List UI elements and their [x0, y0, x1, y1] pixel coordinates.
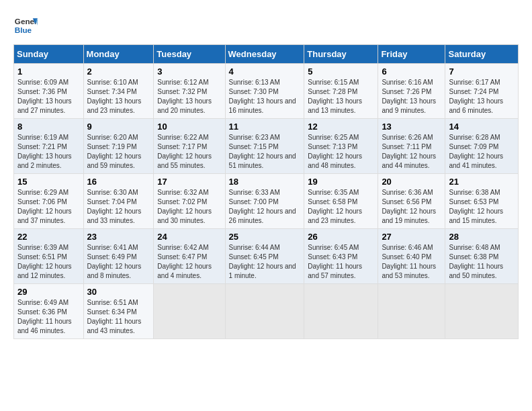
- calendar-day-cell: 19Sunrise: 6:35 AMSunset: 6:58 PMDayligh…: [304, 174, 378, 229]
- svg-text:Blue: Blue: [15, 26, 32, 34]
- day-info: Sunrise: 6:48 AMSunset: 6:38 PMDaylight:…: [449, 243, 515, 281]
- calendar-day-cell: 7Sunrise: 6:17 AMSunset: 7:24 PMDaylight…: [445, 64, 519, 119]
- day-number: 24: [157, 232, 221, 242]
- calendar-week-row: 8Sunrise: 6:19 AMSunset: 7:21 PMDaylight…: [14, 119, 519, 174]
- calendar-week-row: 1Sunrise: 6:09 AMSunset: 7:36 PMDaylight…: [14, 64, 519, 119]
- calendar-day-cell: 21Sunrise: 6:38 AMSunset: 6:53 PMDayligh…: [445, 174, 519, 229]
- day-info: Sunrise: 6:51 AMSunset: 6:34 PMDaylight:…: [87, 298, 150, 336]
- calendar-day-cell: 9Sunrise: 6:20 AMSunset: 7:19 PMDaylight…: [83, 119, 154, 174]
- weekday-header: Thursday: [304, 45, 378, 64]
- day-info: Sunrise: 6:28 AMSunset: 7:09 PMDaylight:…: [449, 133, 515, 171]
- calendar-day-cell: 24Sunrise: 6:42 AMSunset: 6:47 PMDayligh…: [154, 229, 225, 284]
- day-info: Sunrise: 6:36 AMSunset: 6:56 PMDaylight:…: [382, 188, 441, 226]
- day-number: 8: [17, 122, 80, 132]
- calendar-day-cell: [445, 284, 519, 339]
- calendar-day-cell: [225, 284, 304, 339]
- day-number: 16: [87, 177, 150, 187]
- day-number: 22: [17, 232, 80, 242]
- day-info: Sunrise: 6:30 AMSunset: 7:04 PMDaylight:…: [87, 188, 150, 226]
- calendar-day-cell: 15Sunrise: 6:29 AMSunset: 7:06 PMDayligh…: [14, 174, 84, 229]
- calendar-day-cell: 13Sunrise: 6:26 AMSunset: 7:11 PMDayligh…: [378, 119, 445, 174]
- day-info: Sunrise: 6:23 AMSunset: 7:15 PMDaylight:…: [229, 133, 301, 171]
- day-number: 5: [308, 66, 374, 77]
- day-info: Sunrise: 6:09 AMSunset: 7:36 PMDaylight:…: [17, 78, 80, 116]
- calendar-day-cell: 3Sunrise: 6:12 AMSunset: 7:32 PMDaylight…: [154, 64, 225, 119]
- weekday-header: Monday: [83, 45, 154, 64]
- day-number: 19: [308, 177, 374, 187]
- day-number: 20: [382, 177, 441, 187]
- page-header: General Blue: [13, 13, 519, 38]
- weekday-header: Saturday: [445, 45, 519, 64]
- day-info: Sunrise: 6:35 AMSunset: 6:58 PMDaylight:…: [308, 188, 374, 226]
- calendar-day-cell: 5Sunrise: 6:15 AMSunset: 7:28 PMDaylight…: [304, 64, 378, 119]
- day-info: Sunrise: 6:26 AMSunset: 7:11 PMDaylight:…: [382, 133, 441, 171]
- day-number: 2: [87, 66, 150, 77]
- day-number: 25: [229, 232, 301, 242]
- logo: General Blue: [13, 13, 42, 38]
- calendar-day-cell: 26Sunrise: 6:45 AMSunset: 6:43 PMDayligh…: [304, 229, 378, 284]
- day-info: Sunrise: 6:22 AMSunset: 7:17 PMDaylight:…: [157, 133, 221, 171]
- calendar-day-cell: 25Sunrise: 6:44 AMSunset: 6:45 PMDayligh…: [225, 229, 304, 284]
- calendar-day-cell: 27Sunrise: 6:46 AMSunset: 6:40 PMDayligh…: [378, 229, 445, 284]
- day-number: 23: [87, 232, 150, 242]
- day-number: 18: [229, 177, 301, 187]
- day-info: Sunrise: 6:46 AMSunset: 6:40 PMDaylight:…: [382, 243, 441, 281]
- calendar-week-row: 22Sunrise: 6:39 AMSunset: 6:51 PMDayligh…: [14, 229, 519, 284]
- day-info: Sunrise: 6:38 AMSunset: 6:53 PMDaylight:…: [449, 188, 515, 226]
- day-number: 12: [308, 122, 374, 132]
- calendar-week-row: 29Sunrise: 6:49 AMSunset: 6:36 PMDayligh…: [14, 284, 519, 339]
- day-info: Sunrise: 6:10 AMSunset: 7:34 PMDaylight:…: [87, 78, 150, 116]
- day-info: Sunrise: 6:49 AMSunset: 6:36 PMDaylight:…: [17, 298, 80, 336]
- calendar-day-cell: 17Sunrise: 6:32 AMSunset: 7:02 PMDayligh…: [154, 174, 225, 229]
- calendar-day-cell: 8Sunrise: 6:19 AMSunset: 7:21 PMDaylight…: [14, 119, 84, 174]
- day-number: 28: [449, 232, 515, 242]
- day-info: Sunrise: 6:13 AMSunset: 7:30 PMDaylight:…: [229, 78, 301, 116]
- weekday-header: Tuesday: [154, 45, 225, 64]
- day-number: 13: [382, 122, 441, 132]
- day-info: Sunrise: 6:19 AMSunset: 7:21 PMDaylight:…: [17, 133, 80, 171]
- day-info: Sunrise: 6:39 AMSunset: 6:51 PMDaylight:…: [17, 243, 80, 281]
- calendar-day-cell: [154, 284, 225, 339]
- day-info: Sunrise: 6:15 AMSunset: 7:28 PMDaylight:…: [308, 78, 374, 116]
- day-number: 11: [229, 122, 301, 132]
- day-number: 21: [449, 177, 515, 187]
- calendar-table: SundayMondayTuesdayWednesdayThursdayFrid…: [13, 44, 519, 339]
- day-info: Sunrise: 6:25 AMSunset: 7:13 PMDaylight:…: [308, 133, 374, 171]
- day-info: Sunrise: 6:41 AMSunset: 6:49 PMDaylight:…: [87, 243, 150, 281]
- calendar-day-cell: [378, 284, 445, 339]
- day-info: Sunrise: 6:33 AMSunset: 7:00 PMDaylight:…: [229, 188, 301, 226]
- calendar-day-cell: 23Sunrise: 6:41 AMSunset: 6:49 PMDayligh…: [83, 229, 154, 284]
- calendar-day-cell: 16Sunrise: 6:30 AMSunset: 7:04 PMDayligh…: [83, 174, 154, 229]
- calendar-day-cell: 6Sunrise: 6:16 AMSunset: 7:26 PMDaylight…: [378, 64, 445, 119]
- day-info: Sunrise: 6:20 AMSunset: 7:19 PMDaylight:…: [87, 133, 150, 171]
- calendar-day-cell: 12Sunrise: 6:25 AMSunset: 7:13 PMDayligh…: [304, 119, 378, 174]
- day-number: 26: [308, 232, 374, 242]
- calendar-day-cell: 2Sunrise: 6:10 AMSunset: 7:34 PMDaylight…: [83, 64, 154, 119]
- calendar-day-cell: 18Sunrise: 6:33 AMSunset: 7:00 PMDayligh…: [225, 174, 304, 229]
- calendar-day-cell: 14Sunrise: 6:28 AMSunset: 7:09 PMDayligh…: [445, 119, 519, 174]
- weekday-header: Wednesday: [225, 45, 304, 64]
- day-info: Sunrise: 6:29 AMSunset: 7:06 PMDaylight:…: [17, 188, 80, 226]
- day-number: 9: [87, 122, 150, 132]
- day-number: 10: [157, 122, 221, 132]
- day-info: Sunrise: 6:17 AMSunset: 7:24 PMDaylight:…: [449, 78, 515, 116]
- day-info: Sunrise: 6:45 AMSunset: 6:43 PMDaylight:…: [308, 243, 374, 281]
- calendar-day-cell: [304, 284, 378, 339]
- day-number: 29: [17, 287, 80, 297]
- day-info: Sunrise: 6:12 AMSunset: 7:32 PMDaylight:…: [157, 78, 221, 116]
- day-number: 7: [449, 66, 515, 77]
- weekday-header-row: SundayMondayTuesdayWednesdayThursdayFrid…: [14, 45, 519, 64]
- day-number: 15: [17, 177, 80, 187]
- logo-icon: General Blue: [13, 13, 38, 38]
- day-number: 17: [157, 177, 221, 187]
- day-info: Sunrise: 6:44 AMSunset: 6:45 PMDaylight:…: [229, 243, 301, 281]
- day-number: 14: [449, 122, 515, 132]
- day-number: 30: [87, 287, 150, 297]
- day-info: Sunrise: 6:32 AMSunset: 7:02 PMDaylight:…: [157, 188, 221, 226]
- day-info: Sunrise: 6:42 AMSunset: 6:47 PMDaylight:…: [157, 243, 221, 281]
- day-number: 1: [17, 66, 80, 77]
- day-number: 27: [382, 232, 441, 242]
- calendar-day-cell: 10Sunrise: 6:22 AMSunset: 7:17 PMDayligh…: [154, 119, 225, 174]
- calendar-day-cell: 4Sunrise: 6:13 AMSunset: 7:30 PMDaylight…: [225, 64, 304, 119]
- calendar-day-cell: 22Sunrise: 6:39 AMSunset: 6:51 PMDayligh…: [14, 229, 84, 284]
